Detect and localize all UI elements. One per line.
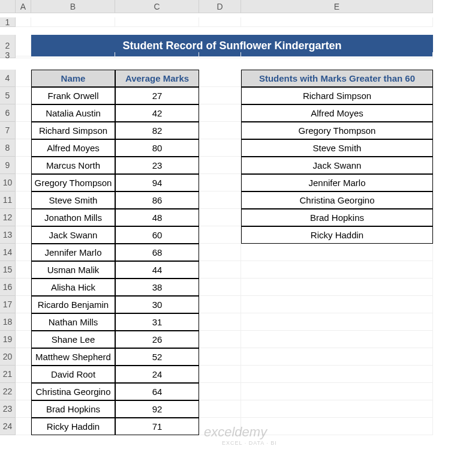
- row-header[interactable]: 13: [0, 226, 16, 244]
- row-header[interactable]: 4: [0, 70, 16, 87]
- table1-marks-cell[interactable]: 27: [115, 87, 199, 104]
- cell[interactable]: [199, 209, 241, 226]
- row-header[interactable]: 12: [0, 209, 16, 226]
- row-header[interactable]: 5: [0, 87, 16, 104]
- cell[interactable]: [199, 139, 241, 157]
- table1-marks-cell[interactable]: 24: [115, 366, 199, 383]
- table1-name-cell[interactable]: Marcus North: [31, 157, 115, 174]
- cell[interactable]: [199, 104, 241, 122]
- table2-cell[interactable]: Steve Smith: [241, 139, 433, 157]
- row-header[interactable]: 17: [0, 296, 16, 313]
- row-header[interactable]: 1: [0, 17, 16, 27]
- cell[interactable]: [16, 122, 31, 139]
- cell[interactable]: [16, 191, 31, 209]
- cell[interactable]: [16, 418, 31, 435]
- table1-marks-cell[interactable]: 42: [115, 104, 199, 122]
- cell[interactable]: [16, 70, 31, 87]
- cell[interactable]: [241, 331, 433, 348]
- row-header[interactable]: 11: [0, 191, 16, 209]
- cell[interactable]: [241, 348, 433, 366]
- cell[interactable]: [16, 261, 31, 279]
- cell[interactable]: [31, 17, 115, 27]
- cell[interactable]: [241, 400, 433, 418]
- row-header[interactable]: 9: [0, 157, 16, 174]
- cell[interactable]: [199, 383, 241, 400]
- cell[interactable]: [16, 348, 31, 366]
- cell[interactable]: [16, 313, 31, 331]
- row-header[interactable]: 6: [0, 104, 16, 122]
- cell[interactable]: [16, 139, 31, 157]
- table1-header-name[interactable]: Name: [31, 70, 115, 87]
- cell[interactable]: [199, 296, 241, 313]
- cell[interactable]: [199, 400, 241, 418]
- cell[interactable]: [115, 52, 199, 58]
- cell[interactable]: [199, 52, 241, 58]
- cell[interactable]: [16, 279, 31, 296]
- table1-name-cell[interactable]: Alfred Moyes: [31, 139, 115, 157]
- row-header[interactable]: 15: [0, 261, 16, 279]
- col-header-B[interactable]: B: [31, 0, 115, 13]
- table1-marks-cell[interactable]: 86: [115, 191, 199, 209]
- cell[interactable]: [199, 279, 241, 296]
- cell[interactable]: [241, 313, 433, 331]
- cell[interactable]: [199, 261, 241, 279]
- row-header[interactable]: 14: [0, 244, 16, 261]
- table1-name-cell[interactable]: Frank Orwell: [31, 87, 115, 104]
- table1-marks-cell[interactable]: 44: [115, 261, 199, 279]
- row-header[interactable]: 8: [0, 139, 16, 157]
- row-header[interactable]: 7: [0, 122, 16, 139]
- table1-name-cell[interactable]: Nathan Mills: [31, 313, 115, 331]
- cell[interactable]: [16, 331, 31, 348]
- table2-header[interactable]: Students with Marks Greater than 60: [241, 70, 433, 87]
- table1-name-cell[interactable]: Gregory Thompson: [31, 174, 115, 191]
- cell[interactable]: [241, 296, 433, 313]
- table2-cell[interactable]: Gregory Thompson: [241, 122, 433, 139]
- table2-cell[interactable]: Jack Swann: [241, 157, 433, 174]
- cell[interactable]: [16, 296, 31, 313]
- cell[interactable]: [199, 226, 241, 244]
- table1-marks-cell[interactable]: 23: [115, 157, 199, 174]
- table1-marks-cell[interactable]: 64: [115, 383, 199, 400]
- table1-name-cell[interactable]: Shane Lee: [31, 331, 115, 348]
- table1-marks-cell[interactable]: 71: [115, 418, 199, 435]
- cell[interactable]: [241, 261, 433, 279]
- col-header-D[interactable]: D: [199, 0, 241, 13]
- cell[interactable]: [16, 174, 31, 191]
- row-header[interactable]: 20: [0, 348, 16, 366]
- table1-name-cell[interactable]: Matthew Shepherd: [31, 348, 115, 366]
- table1-marks-cell[interactable]: 26: [115, 331, 199, 348]
- cell[interactable]: [199, 122, 241, 139]
- cell[interactable]: [16, 104, 31, 122]
- table1-name-cell[interactable]: Richard Simpson: [31, 122, 115, 139]
- table1-name-cell[interactable]: Ricky Haddin: [31, 418, 115, 435]
- cell[interactable]: [16, 226, 31, 244]
- table1-name-cell[interactable]: Christina Georgino: [31, 383, 115, 400]
- row-header[interactable]: 10: [0, 174, 16, 191]
- cell[interactable]: [16, 52, 31, 58]
- table1-marks-cell[interactable]: 80: [115, 139, 199, 157]
- table1-name-cell[interactable]: Natalia Austin: [31, 104, 115, 122]
- table1-name-cell[interactable]: Alisha Hick: [31, 279, 115, 296]
- row-header[interactable]: 24: [0, 418, 16, 435]
- cell[interactable]: [16, 366, 31, 383]
- cell[interactable]: [241, 383, 433, 400]
- cell[interactable]: [199, 313, 241, 331]
- table1-name-cell[interactable]: Usman Malik: [31, 261, 115, 279]
- row-header[interactable]: 21: [0, 366, 16, 383]
- col-header-E[interactable]: E: [241, 0, 433, 13]
- row-header[interactable]: 16: [0, 279, 16, 296]
- table2-cell[interactable]: Jennifer Marlo: [241, 174, 433, 191]
- table1-name-cell[interactable]: Steve Smith: [31, 191, 115, 209]
- row-header[interactable]: 22: [0, 383, 16, 400]
- table1-marks-cell[interactable]: 30: [115, 296, 199, 313]
- select-all-corner[interactable]: [0, 0, 16, 13]
- cell[interactable]: [16, 400, 31, 418]
- cell[interactable]: [199, 191, 241, 209]
- row-header[interactable]: 19: [0, 331, 16, 348]
- cell[interactable]: [241, 244, 433, 261]
- table1-name-cell[interactable]: Jennifer Marlo: [31, 244, 115, 261]
- col-header-C[interactable]: C: [115, 0, 199, 13]
- table2-cell[interactable]: Richard Simpson: [241, 87, 433, 104]
- cell[interactable]: [115, 17, 199, 27]
- row-header[interactable]: 18: [0, 313, 16, 331]
